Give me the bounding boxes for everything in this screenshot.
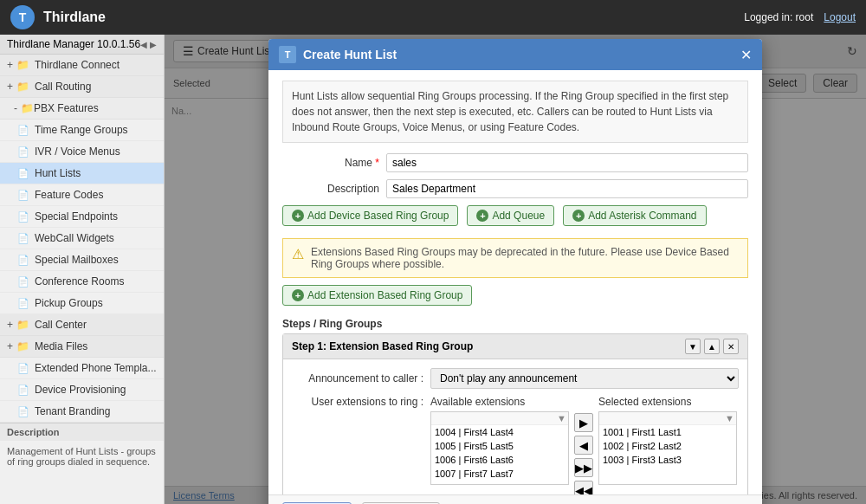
sidebar-item-label: Call Routing: [35, 81, 91, 93]
sidebar-item-time-range-groups[interactable]: 📄 Time Range Groups: [0, 120, 164, 141]
add-asterisk-label: Add Asterisk Command: [588, 210, 696, 222]
step1-up-button[interactable]: ▲: [704, 339, 720, 354]
announcement-row: Announcement to caller : Don't play any …: [292, 368, 739, 389]
folder-icon: 📁: [16, 340, 29, 352]
sidebar-item-media-files[interactable]: + 📁 Media Files: [0, 336, 164, 358]
step1-remove-button[interactable]: ✕: [723, 339, 739, 354]
sidebar-item-call-routing[interactable]: + 📁 Call Routing: [0, 76, 164, 98]
add-buttons-row: + Add Device Based Ring Group + Add Queu…: [282, 205, 748, 231]
sidebar-version[interactable]: Thirdlane Manager 10.0.1.56 ◀ ▶: [0, 35, 164, 55]
folder-icon: 📁: [16, 81, 29, 93]
doc-icon: 📄: [17, 168, 29, 179]
sidebar-item-label: Media Files: [35, 340, 87, 352]
content-area: ☰ Create Hunt List ⊖ Delete Selected ↻ S…: [165, 35, 866, 504]
transfer-buttons: ▶ ◀ ▶▶ ◀◀: [574, 396, 593, 494]
description-input[interactable]: [386, 179, 748, 198]
add-extension-based-ring-group-button[interactable]: + Add Extension Based Ring Group: [282, 285, 472, 306]
doc-icon: 📄: [17, 363, 29, 374]
add-asterisk-command-button[interactable]: + Add Asterisk Command: [563, 205, 706, 226]
expand-icon: +: [7, 319, 13, 331]
filter-icon[interactable]: ▼: [557, 413, 566, 423]
transfer-right-button[interactable]: ▶: [574, 413, 593, 432]
sidebar-item-special-mailboxes[interactable]: 📄 Special Mailboxes: [0, 249, 164, 271]
description-label: Description: [0, 423, 164, 441]
sidebar-item-thirdlane-connect[interactable]: + 📁 Thirdlane Connect: [0, 55, 164, 76]
step1-header: Step 1: Extension Based Ring Group ▼ ▲ ✕: [283, 334, 747, 359]
sidebar-item-label: Special Mailboxes: [35, 254, 119, 266]
sidebar-item-webcall-widgets[interactable]: 📄 WebCall Widgets: [0, 228, 164, 249]
sidebar-item-extended-phone-template[interactable]: 📄 Extended Phone Templa...: [0, 358, 164, 379]
doc-icon: 📄: [17, 125, 29, 136]
version-label: Thirdlane Manager 10.0.1.56: [7, 38, 140, 50]
sidebar-item-call-center[interactable]: + 📁 Call Center: [0, 314, 164, 336]
logout-link[interactable]: Logout: [824, 11, 856, 23]
extensions-row: User extensions to ring : Available exte…: [292, 396, 739, 494]
list-item[interactable]: 1004 | First4 Last4: [431, 425, 568, 439]
step1-dropdown-button[interactable]: ▼: [685, 339, 701, 354]
add-queue-button[interactable]: + Add Queue: [467, 205, 554, 226]
user-ext-label: User extensions to ring :: [292, 396, 430, 494]
steps-label: Steps / Ring Groups: [282, 318, 748, 330]
selected-extensions-col: Selected extensions ▼ 1001 | First1 Last…: [598, 396, 737, 485]
expand-icon: +: [7, 340, 13, 352]
sidebar-item-label: Thirdlane Connect: [35, 59, 120, 71]
modal-close-button[interactable]: ✕: [740, 47, 752, 63]
transfer-left-button[interactable]: ◀: [574, 436, 593, 455]
list-item[interactable]: 1005 | First5 Last5: [431, 439, 568, 453]
sidebar-item-device-provisioning[interactable]: 📄 Device Provisioning: [0, 379, 164, 401]
list-item[interactable]: 1007 | First7 Last7: [431, 467, 568, 481]
sidebar-item-pickup-groups[interactable]: 📄 Pickup Groups: [0, 293, 164, 314]
add-extension-label: Add Extension Based Ring Group: [307, 289, 462, 301]
app-logo: T: [10, 5, 35, 29]
filter-icon[interactable]: ▼: [725, 413, 734, 423]
add-device-based-ring-group-button[interactable]: + Add Device Based Ring Group: [282, 205, 458, 226]
warning-box: ⚠ Extensions Based Ring Groups may be de…: [282, 238, 748, 278]
sidebar-item-tenant-branding[interactable]: 📄 Tenant Branding: [0, 401, 164, 423]
doc-icon: 📄: [17, 211, 29, 223]
sidebar-item-label: WebCall Widgets: [35, 232, 114, 244]
topbar: T Thirdlane Logged in: root Logout: [0, 0, 866, 35]
sidebar-item-ivr-voice-menus[interactable]: 📄 IVR / Voice Menus: [0, 141, 164, 163]
doc-icon: 📄: [17, 233, 29, 244]
available-extensions-col: Available extensions ▼ 1004 | First4 Las…: [430, 396, 569, 485]
warning-text: Extensions Based Ring Groups may be depr…: [311, 246, 739, 270]
topbar-right: Logged in: root Logout: [744, 11, 856, 23]
doc-icon: 📄: [17, 384, 29, 396]
warning-icon: ⚠: [292, 246, 304, 262]
description-field-row: Description: [282, 179, 748, 198]
available-extensions-list[interactable]: ▼ 1004 | First4 Last4 1005 | First5 Last…: [430, 411, 569, 485]
sidebar-item-label: Hunt Lists: [35, 167, 81, 179]
announcement-select[interactable]: Don't play any announcement: [430, 368, 739, 389]
folder-icon: 📁: [16, 59, 29, 71]
name-label: Name: [282, 157, 386, 169]
logged-in-label: Logged in: root: [744, 11, 813, 23]
folder-icon: 📁: [21, 102, 34, 114]
list-item[interactable]: 1003 | First3 Last3: [599, 453, 736, 467]
transfer-all-right-button[interactable]: ▶▶: [574, 458, 593, 477]
announcement-label: Announcement to caller :: [292, 372, 430, 384]
sidebar-item-pbx-features[interactable]: - 📁 PBX Features: [0, 98, 164, 120]
sidebar-item-label: Device Provisioning: [35, 384, 126, 396]
name-input[interactable]: [386, 153, 748, 172]
sidebar-item-conference-rooms[interactable]: 📄 Conference Rooms: [0, 271, 164, 293]
sidebar-item-label: PBX Features: [34, 102, 99, 114]
doc-icon: 📄: [17, 146, 29, 158]
list-item[interactable]: 1002 | First2 Last2: [599, 439, 736, 453]
modal-icon: T: [279, 46, 296, 63]
sidebar-item-label: IVR / Voice Menus: [35, 145, 120, 158]
sidebar-item-label: Extended Phone Templa...: [35, 362, 157, 374]
plus-icon: +: [476, 210, 488, 222]
modal-overlay: T Create Hunt List ✕ Hunt Lists allow se…: [165, 35, 866, 504]
sidebar-collapse-icons[interactable]: ◀ ▶: [140, 40, 157, 49]
name-field-row: Name: [282, 153, 748, 172]
modal-title: T Create Hunt List: [279, 46, 397, 63]
sidebar-item-feature-codes[interactable]: 📄 Feature Codes: [0, 184, 164, 206]
transfer-all-left-button[interactable]: ◀◀: [574, 481, 593, 494]
sidebar-item-hunt-lists[interactable]: 📄 Hunt Lists: [0, 163, 164, 184]
folder-icon: 📁: [16, 319, 29, 331]
list-item[interactable]: 1001 | First1 Last1: [599, 425, 736, 439]
selected-extensions-list[interactable]: ▼ 1001 | First1 Last1 1002 | First2 Last…: [598, 411, 737, 485]
create-hunt-list-modal: T Create Hunt List ✕ Hunt Lists allow se…: [268, 39, 762, 504]
list-item[interactable]: 1006 | First6 Last6: [431, 453, 568, 467]
sidebar-item-special-endpoints[interactable]: 📄 Special Endpoints: [0, 206, 164, 228]
